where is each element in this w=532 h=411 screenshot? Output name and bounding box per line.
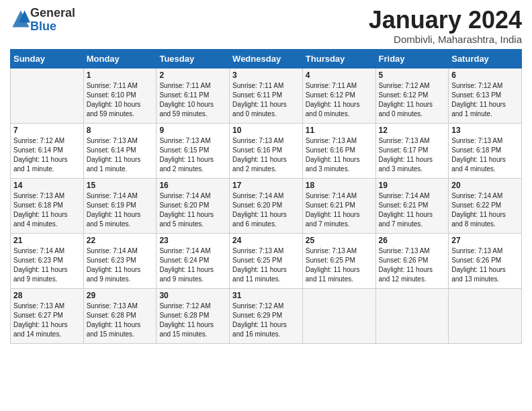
calendar-cell [375,288,449,343]
header: General Blue January 2024 Dombivli, Maha… [10,7,522,45]
calendar-cell: 24Sunrise: 7:13 AM Sunset: 6:25 PM Dayli… [230,233,303,288]
logo-general: General [30,6,75,19]
calendar-cell: 23Sunrise: 7:14 AM Sunset: 6:24 PM Dayli… [157,233,230,288]
day-info: Sunrise: 7:13 AM Sunset: 6:16 PM Dayligh… [306,136,373,174]
day-number: 22 [87,236,154,245]
day-info: Sunrise: 7:11 AM Sunset: 6:11 PM Dayligh… [159,81,226,119]
month-title: January 2024 [369,7,522,34]
calendar-cell: 30Sunrise: 7:12 AM Sunset: 6:28 PM Dayli… [157,288,230,343]
calendar-cell: 31Sunrise: 7:12 AM Sunset: 6:29 PM Dayli… [230,288,303,343]
day-info: Sunrise: 7:14 AM Sunset: 6:20 PM Dayligh… [232,191,300,229]
col-friday: Friday [375,49,449,68]
calendar-week-row: 7Sunrise: 7:12 AM Sunset: 6:14 PM Daylig… [11,123,522,178]
day-info: Sunrise: 7:13 AM Sunset: 6:15 PM Dayligh… [159,136,226,174]
calendar-week-row: 14Sunrise: 7:13 AM Sunset: 6:18 PM Dayli… [11,178,522,233]
calendar-cell [302,288,375,343]
logo-blue: Blue [30,19,56,33]
day-info: Sunrise: 7:13 AM Sunset: 6:14 PM Dayligh… [87,136,154,174]
calendar-header-row: Sunday Monday Tuesday Wednesday Thursday… [11,49,522,68]
location: Dombivli, Maharashtra, India [369,34,522,45]
day-info: Sunrise: 7:12 AM Sunset: 6:12 PM Dayligh… [379,81,446,119]
calendar-cell: 25Sunrise: 7:13 AM Sunset: 6:25 PM Dayli… [302,233,375,288]
day-info: Sunrise: 7:14 AM Sunset: 6:23 PM Dayligh… [87,246,154,284]
calendar-cell: 16Sunrise: 7:14 AM Sunset: 6:20 PM Dayli… [157,178,230,233]
day-info: Sunrise: 7:13 AM Sunset: 6:25 PM Dayligh… [232,246,300,284]
day-number: 12 [379,126,446,135]
day-info: Sunrise: 7:13 AM Sunset: 6:18 PM Dayligh… [451,136,519,174]
day-info: Sunrise: 7:14 AM Sunset: 6:20 PM Dayligh… [159,191,226,229]
calendar-cell: 21Sunrise: 7:14 AM Sunset: 6:23 PM Dayli… [11,233,84,288]
day-number: 28 [13,291,81,300]
day-info: Sunrise: 7:14 AM Sunset: 6:19 PM Dayligh… [87,191,154,229]
col-tuesday: Tuesday [157,49,230,68]
day-number: 2 [159,71,226,80]
day-info: Sunrise: 7:13 AM Sunset: 6:16 PM Dayligh… [232,136,300,174]
day-number: 10 [232,126,300,135]
calendar-week-row: 28Sunrise: 7:13 AM Sunset: 6:27 PM Dayli… [11,288,522,343]
day-info: Sunrise: 7:13 AM Sunset: 6:18 PM Dayligh… [13,191,81,229]
calendar-cell: 5Sunrise: 7:12 AM Sunset: 6:12 PM Daylig… [375,68,449,123]
logo-text: General Blue [30,7,75,34]
calendar-cell [449,288,522,343]
calendar-cell: 15Sunrise: 7:14 AM Sunset: 6:19 PM Dayli… [83,178,157,233]
calendar-cell: 7Sunrise: 7:12 AM Sunset: 6:14 PM Daylig… [11,123,84,178]
day-info: Sunrise: 7:13 AM Sunset: 6:25 PM Dayligh… [306,246,373,284]
calendar-cell: 10Sunrise: 7:13 AM Sunset: 6:16 PM Dayli… [230,123,303,178]
day-number: 19 [379,181,446,190]
calendar-week-row: 21Sunrise: 7:14 AM Sunset: 6:23 PM Dayli… [11,233,522,288]
calendar-cell: 2Sunrise: 7:11 AM Sunset: 6:11 PM Daylig… [157,68,230,123]
calendar-cell: 29Sunrise: 7:13 AM Sunset: 6:28 PM Dayli… [83,288,157,343]
calendar-cell: 6Sunrise: 7:12 AM Sunset: 6:13 PM Daylig… [449,68,522,123]
col-monday: Monday [83,49,157,68]
day-number: 20 [451,181,519,190]
col-saturday: Saturday [449,49,522,68]
col-sunday: Sunday [11,49,84,68]
day-number: 31 [232,291,300,300]
calendar-cell: 26Sunrise: 7:13 AM Sunset: 6:26 PM Dayli… [375,233,449,288]
calendar-cell: 17Sunrise: 7:14 AM Sunset: 6:20 PM Dayli… [230,178,303,233]
calendar-table: Sunday Monday Tuesday Wednesday Thursday… [10,49,522,344]
calendar-cell [11,68,84,123]
day-number: 9 [159,126,226,135]
day-info: Sunrise: 7:14 AM Sunset: 6:21 PM Dayligh… [306,191,373,229]
day-number: 16 [159,181,226,190]
day-number: 3 [232,71,300,80]
page-container: General Blue January 2024 Dombivli, Maha… [0,0,532,351]
day-info: Sunrise: 7:13 AM Sunset: 6:26 PM Dayligh… [451,246,519,284]
calendar-cell: 12Sunrise: 7:13 AM Sunset: 6:17 PM Dayli… [375,123,449,178]
title-block: January 2024 Dombivli, Maharashtra, Indi… [369,7,522,45]
calendar-cell: 20Sunrise: 7:14 AM Sunset: 6:22 PM Dayli… [449,178,522,233]
day-info: Sunrise: 7:13 AM Sunset: 6:26 PM Dayligh… [379,246,446,284]
day-info: Sunrise: 7:14 AM Sunset: 6:21 PM Dayligh… [379,191,446,229]
day-info: Sunrise: 7:12 AM Sunset: 6:29 PM Dayligh… [232,302,300,339]
day-number: 23 [159,236,226,245]
day-number: 18 [306,181,373,190]
day-info: Sunrise: 7:11 AM Sunset: 6:11 PM Dayligh… [232,81,300,119]
calendar-cell: 19Sunrise: 7:14 AM Sunset: 6:21 PM Dayli… [375,178,449,233]
day-number: 29 [87,291,154,300]
day-number: 6 [451,71,519,80]
day-info: Sunrise: 7:12 AM Sunset: 6:13 PM Dayligh… [451,81,519,119]
day-info: Sunrise: 7:13 AM Sunset: 6:17 PM Dayligh… [379,136,446,174]
calendar-cell: 28Sunrise: 7:13 AM Sunset: 6:27 PM Dayli… [11,288,84,343]
day-number: 5 [379,71,446,80]
day-number: 21 [13,236,81,245]
day-info: Sunrise: 7:12 AM Sunset: 6:28 PM Dayligh… [159,302,226,339]
logo-icon [11,9,30,28]
day-number: 4 [306,71,373,80]
calendar-cell: 9Sunrise: 7:13 AM Sunset: 6:15 PM Daylig… [157,123,230,178]
calendar-cell: 11Sunrise: 7:13 AM Sunset: 6:16 PM Dayli… [302,123,375,178]
day-number: 14 [13,181,81,190]
col-thursday: Thursday [302,49,375,68]
day-info: Sunrise: 7:11 AM Sunset: 6:10 PM Dayligh… [87,81,154,119]
day-number: 17 [232,181,300,190]
day-info: Sunrise: 7:11 AM Sunset: 6:12 PM Dayligh… [306,81,373,119]
day-info: Sunrise: 7:13 AM Sunset: 6:28 PM Dayligh… [87,302,154,339]
calendar-cell: 3Sunrise: 7:11 AM Sunset: 6:11 PM Daylig… [230,68,303,123]
day-number: 24 [232,236,300,245]
col-wednesday: Wednesday [230,49,303,68]
calendar-cell: 18Sunrise: 7:14 AM Sunset: 6:21 PM Dayli… [302,178,375,233]
calendar-cell: 8Sunrise: 7:13 AM Sunset: 6:14 PM Daylig… [83,123,157,178]
day-info: Sunrise: 7:14 AM Sunset: 6:22 PM Dayligh… [451,191,519,229]
calendar-cell: 14Sunrise: 7:13 AM Sunset: 6:18 PM Dayli… [11,178,84,233]
